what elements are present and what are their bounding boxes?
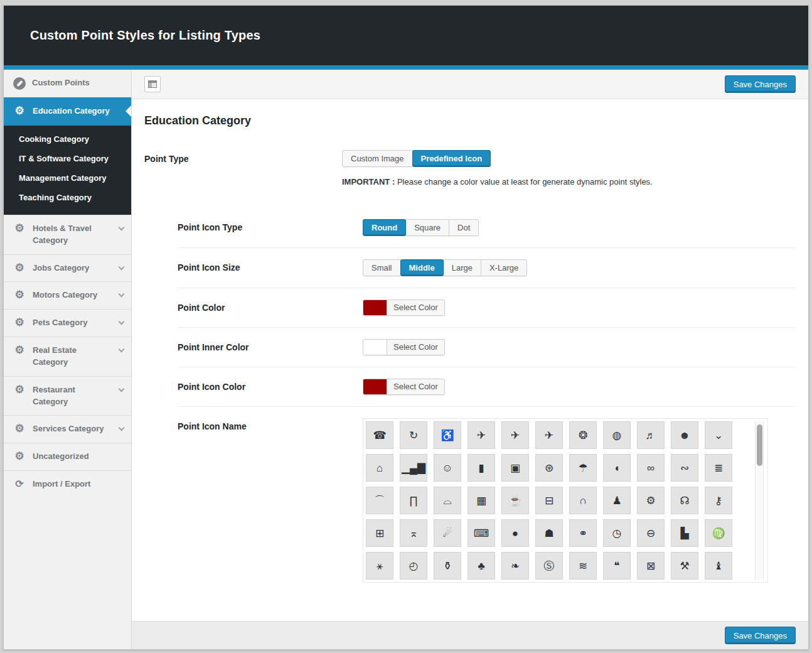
submenu-item-cooking-category[interactable]: Cooking Category [4, 129, 131, 149]
round-button[interactable]: Round [363, 219, 406, 236]
sleigh-icon[interactable]: ☄ [434, 519, 461, 547]
point-color-picker[interactable]: Select Color [363, 300, 445, 316]
dot-button[interactable]: Dot [449, 219, 479, 236]
basketball-icon[interactable]: ⊛ [535, 454, 563, 482]
bird-icon[interactable]: ⌄ [705, 421, 732, 449]
sidebar-item-label: Custom Points [32, 77, 90, 89]
excavator-icon[interactable]: ⚒ [671, 552, 698, 580]
baby-icon[interactable]: ☺ [434, 454, 461, 482]
beach-icon[interactable]: ☂ [569, 454, 597, 482]
small-button[interactable]: Small [363, 259, 401, 276]
world-flight-icon[interactable]: ❂ [569, 421, 597, 449]
middle-button[interactable]: Middle [400, 259, 444, 276]
icon-grid-scrollbar-thumb[interactable] [757, 424, 762, 466]
accessible-icon[interactable]: ♿ [434, 421, 461, 449]
gear-icon: ⚙ [13, 289, 26, 301]
analytics-icon[interactable]: ▁▄▇ [400, 454, 427, 482]
service-gear-icon[interactable]: ⚙ [637, 487, 665, 514]
save-changes-button-top[interactable]: Save Changes [725, 75, 796, 93]
car-icon[interactable]: ⌅ [400, 519, 427, 547]
businessman-icon[interactable]: ♟ [603, 487, 631, 514]
car-rental-icon[interactable]: ⊞ [366, 519, 393, 547]
coconut-drink-icon[interactable]: ⚱ [434, 552, 461, 580]
bank-icon[interactable]: ⌂ [366, 454, 393, 482]
sidebar-item-hotels-travel-category[interactable]: ⚙ Hotels & Travel Category [4, 215, 131, 254]
saxophone-icon[interactable]: ♬ [637, 421, 665, 449]
bank-building-icon[interactable]: ∏ [400, 487, 427, 514]
page-header: Custom Point Styles for Listing Types [4, 6, 808, 65]
globe-icon[interactable]: ◍ [603, 421, 631, 449]
sidebar-item-custom-points[interactable]: Custom Points [4, 70, 131, 97]
briefcase-icon[interactable]: ▣ [501, 454, 529, 482]
bowling-icon[interactable]: ● [501, 519, 529, 547]
sidebar-item-services-category[interactable]: ⚙ Services Category [4, 415, 131, 443]
submenu-item-teaching-category[interactable]: Teaching Category [4, 188, 131, 207]
air-force-icon-glyph: ✈ [511, 430, 520, 441]
bridge-icon[interactable]: ⌒ [366, 487, 393, 514]
cafe-icon[interactable]: ☕ [501, 487, 529, 514]
x-large-button[interactable]: X-Large [481, 259, 527, 276]
submenu-item-management-category[interactable]: Management Category [4, 168, 131, 188]
stopwatch-icon[interactable]: ◷ [603, 519, 631, 547]
baggage-icon[interactable]: ▮ [467, 454, 495, 482]
car-key-icon[interactable]: ⚷ [705, 487, 732, 514]
sidebar-item-pets-category[interactable]: ⚙ Pets Category [4, 309, 131, 337]
coins-icon[interactable]: ≋ [569, 552, 597, 580]
exercise-bike-icon[interactable]: ∞ [637, 454, 665, 482]
books-icon[interactable]: ≣ [705, 454, 732, 482]
dancer-icon[interactable]: ⚹ [366, 552, 393, 580]
buildings-icon[interactable]: ▦ [467, 487, 495, 514]
sidebar-submenu: Cooking Category IT & Software Category … [4, 126, 131, 215]
stadium-icon[interactable]: ⌓ [434, 487, 461, 514]
no-entry-icon[interactable]: ⊖ [637, 519, 665, 547]
save-changes-button-bottom[interactable]: Save Changes [725, 627, 796, 644]
android-icon[interactable]: ☻ [671, 421, 698, 449]
coconut-drink-icon-glyph: ⚱ [443, 561, 452, 571]
call-center-icon[interactable]: ☊ [671, 487, 698, 514]
jukebox-icon[interactable]: ∩ [569, 487, 597, 514]
sidebar-item-real-estate-category[interactable]: ⚙ Real Estate Category [4, 337, 131, 376]
hours-24-icon[interactable]: ↻ [400, 421, 427, 449]
chat-icon[interactable]: ❝ [603, 552, 631, 580]
important-note: IMPORTANT : Please change a color value … [342, 177, 653, 186]
bank-building-icon-glyph: ∏ [409, 495, 418, 506]
sidebar-item-uncategorized[interactable]: ⚙ Uncategorized [4, 443, 131, 470]
reception-icon[interactable]: ⚭ [569, 519, 597, 547]
aircraft-icon[interactable]: ✈ [535, 421, 563, 449]
screen-layout-icon[interactable] [144, 76, 161, 92]
dollar-coin-icon[interactable]: Ⓢ [535, 552, 563, 580]
phone-24h-icon[interactable]: ☎ [366, 421, 393, 449]
icon-grid-scrollbar[interactable] [755, 421, 764, 580]
sidebar-item-restaurant-category[interactable]: ⚙ Restaurant Category [4, 376, 131, 416]
sidebar-item-jobs-category[interactable]: ⚙ Jobs Category [4, 254, 131, 282]
select-color-button[interactable]: Select Color [387, 300, 444, 315]
clock-icon[interactable]: ◴ [400, 552, 427, 580]
select-color-button[interactable]: Select Color [387, 379, 444, 394]
atm-icon[interactable]: ⌨ [467, 519, 495, 547]
point-inner-color-picker[interactable]: Select Color [363, 339, 445, 355]
coffee-beans-icon[interactable]: ❧ [501, 552, 529, 580]
air-force-icon[interactable]: ✈ [501, 421, 529, 449]
concrete-mixer-icon[interactable]: ⊠ [637, 552, 665, 580]
fortune-teller-icon[interactable]: ♍ [705, 519, 732, 547]
airplane-icon[interactable]: ✈ [467, 421, 495, 449]
palm-island-icon[interactable]: ♣ [467, 552, 495, 580]
city-icon[interactable]: ▙ [671, 519, 698, 547]
sidebar-item-motors-category[interactable]: ⚙ Motors Category [4, 281, 131, 309]
sidebar-item-import-export[interactable]: ⟳ Import / Export [4, 470, 131, 498]
guard-icon[interactable]: ♝ [705, 552, 732, 580]
bus-icon[interactable]: ⊟ [535, 487, 563, 514]
gym-icon[interactable]: ◖ [603, 454, 631, 482]
predefined-icon-button[interactable]: Predefined Icon [412, 150, 491, 167]
submenu-item-it-software-category[interactable]: IT & Software Category [4, 149, 131, 168]
large-button[interactable]: Large [443, 259, 481, 276]
sidebar-item-education-category[interactable]: ⚙ Education Category [4, 97, 131, 126]
select-color-button[interactable]: Select Color [387, 340, 444, 355]
point-icon-color-picker[interactable]: Select Color [363, 379, 445, 395]
square-button[interactable]: Square [405, 219, 449, 236]
point-type-label: Point Type [144, 150, 342, 186]
motorbike-icon[interactable]: ∾ [671, 454, 698, 482]
custom-image-button[interactable]: Custom Image [342, 150, 413, 167]
bowling-icon-glyph: ● [512, 528, 518, 539]
shield-icon[interactable]: ☗ [535, 519, 563, 547]
